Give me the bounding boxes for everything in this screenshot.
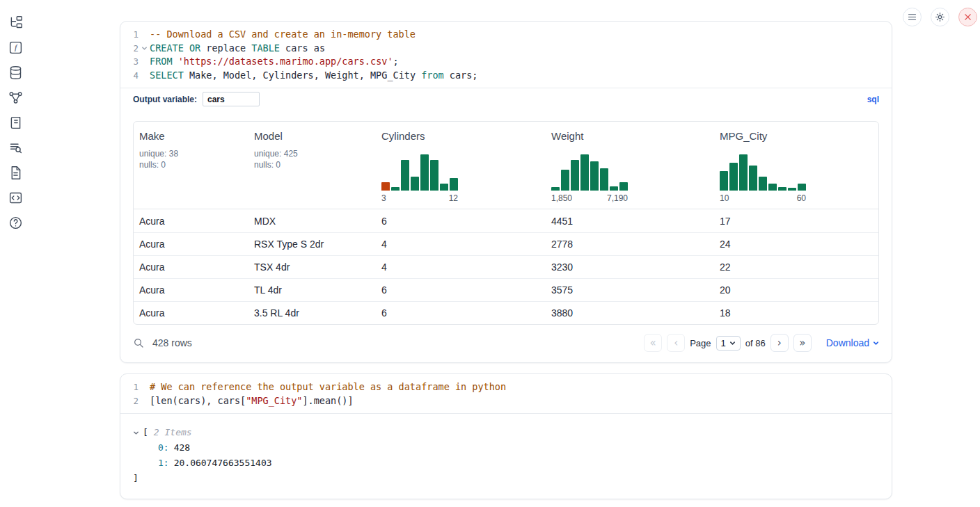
table-cell: TL 4dr	[248, 284, 376, 296]
search-icon[interactable]	[133, 337, 144, 348]
code-line[interactable]: 4 SELECT Make, Model, Cylinders, Weight,…	[120, 69, 892, 83]
histogram-bar	[401, 160, 409, 191]
items-count: 2 Items	[154, 425, 192, 440]
histogram-axis-labels: 1,850 7,190	[551, 193, 628, 203]
last-page-button[interactable]: »	[793, 334, 812, 352]
table-cell: Acura	[134, 284, 248, 296]
line-number: 1	[120, 380, 139, 394]
code-token	[173, 56, 178, 67]
histogram-bar	[610, 186, 618, 191]
table-cell: 22	[714, 261, 878, 273]
item-index: 0:	[158, 442, 169, 453]
line-number: 2	[120, 42, 139, 56]
code-token: replace	[200, 42, 251, 54]
histogram-bar	[381, 182, 390, 191]
dependency-graph-icon[interactable]	[7, 89, 24, 106]
output-variable-input[interactable]	[203, 92, 260, 106]
python-output: [ 2 Items 0:428 1:20.060747663551403 ]	[120, 413, 892, 499]
code-line[interactable]: 2 CREATE OR replace TABLE cars as	[120, 42, 892, 56]
column-header-mpg-city[interactable]: MPG_City 10 60	[714, 122, 878, 209]
histogram-bar	[749, 166, 757, 191]
code-token	[184, 42, 189, 54]
code-token: FROM	[150, 56, 173, 67]
line-number: 3	[120, 55, 139, 69]
outline-icon[interactable]	[7, 114, 24, 131]
code-line[interactable]: 1 -- Download a CSV and create an in-mem…	[120, 28, 892, 42]
snippets-icon[interactable]	[7, 139, 24, 156]
table-cell: 3.5 RL 4dr	[248, 307, 376, 319]
histogram-bar	[411, 177, 419, 191]
fold-chevron-icon[interactable]	[139, 45, 150, 51]
file-explorer-icon[interactable]	[7, 14, 24, 31]
histogram-bar	[778, 187, 787, 191]
variables-icon[interactable]	[7, 189, 24, 206]
table-cell: 24	[714, 239, 878, 250]
documentation-icon[interactable]	[7, 164, 24, 181]
table-cell: 6	[376, 216, 546, 227]
histogram-bar	[739, 154, 748, 191]
output-variable-label: Output variable:	[133, 95, 197, 104]
language-badge: sql	[867, 95, 879, 104]
line-number: 2	[120, 394, 139, 408]
table-cell: 18	[714, 307, 878, 319]
item-value: 428	[174, 442, 190, 453]
sql-cell: 1 -- Download a CSV and create an in-mem…	[120, 21, 892, 363]
code-line[interactable]: 3 FROM 'https://datasets.marimo.app/cars…	[120, 55, 892, 69]
table-cell: Acura	[134, 239, 248, 250]
python-code-editor[interactable]: 1 # We can reference the output variable…	[120, 374, 892, 413]
settings-gear-icon[interactable]	[931, 8, 949, 26]
histogram-bar	[759, 177, 767, 191]
table-row: AcuraTL 4dr6357520	[134, 278, 878, 301]
table-body: AcuraMDX6445117AcuraRSX Type S 2dr427782…	[134, 209, 878, 324]
column-header-model[interactable]: Model unique: 425 nulls: 0	[248, 122, 376, 209]
first-page-button[interactable]: «	[644, 334, 662, 352]
open-bracket: [	[143, 425, 148, 440]
table-cell: Acura	[134, 261, 248, 273]
list-item: 0:428	[133, 440, 879, 456]
code-token: "MPG_City"	[246, 395, 302, 406]
column-name: MPG_City	[720, 130, 878, 142]
sql-code-editor[interactable]: 1 -- Download a CSV and create an in-mem…	[120, 22, 892, 88]
histogram-bar	[580, 154, 589, 191]
prev-page-button[interactable]: ‹	[667, 334, 685, 352]
chevron-down-icon	[873, 340, 879, 346]
item-value: 20.060747663551403	[174, 458, 272, 468]
datasources-icon[interactable]	[7, 64, 24, 81]
column-header-make[interactable]: Make unique: 38 nulls: 0	[134, 122, 248, 209]
next-page-button[interactable]: ›	[770, 334, 789, 352]
column-header-cylinders[interactable]: Cylinders 3 12	[376, 122, 546, 209]
collapse-chevron-icon[interactable]	[133, 430, 143, 436]
line-number: 4	[120, 69, 139, 83]
table-header-row: Make unique: 38 nulls: 0 Model unique: 4…	[134, 122, 878, 209]
histogram-bar	[551, 187, 560, 191]
table-cell: 4	[376, 261, 546, 273]
table-cell: Acura	[134, 307, 248, 319]
line-number: 1	[120, 28, 139, 42]
cylinders-histogram: 3 12	[381, 154, 458, 203]
table-cell: 17	[714, 216, 878, 227]
python-cell: 1 # We can reference the output variable…	[120, 373, 892, 499]
code-line[interactable]: 2 [len(cars), cars["MPG_City"].mean()]	[120, 394, 892, 408]
histogram-bar	[430, 160, 438, 191]
column-header-weight[interactable]: Weight 1,850 7,190	[546, 122, 714, 209]
mpg-city-histogram: 10 60	[720, 154, 806, 203]
table-cell: 4451	[546, 216, 714, 227]
tree-root-line: [ 2 Items	[133, 425, 879, 440]
code-token: 'https://datasets.marimo.app/cars.csv'	[178, 56, 393, 67]
histogram-bar	[768, 184, 777, 191]
close-icon[interactable]	[958, 8, 977, 26]
menu-icon[interactable]	[903, 8, 922, 26]
help-icon[interactable]	[7, 214, 24, 231]
table-cell: 3230	[546, 261, 714, 273]
table-row: Acura3.5 RL 4dr6388018	[134, 301, 878, 324]
page-select[interactable]: 1	[716, 336, 741, 351]
table-cell: Acura	[134, 216, 248, 227]
code-line[interactable]: 1 # We can reference the output variable…	[120, 380, 892, 394]
download-button[interactable]: Download	[826, 337, 879, 348]
code-text: CREATE OR replace TABLE cars as	[150, 42, 325, 56]
column-name: Cylinders	[381, 130, 546, 142]
code-text: FROM 'https://datasets.marimo.app/cars.c…	[150, 55, 399, 69]
code-token: [len(cars), cars[	[150, 395, 246, 406]
scratchpad-icon[interactable]: f	[7, 39, 24, 56]
code-text: SELECT Make, Model, Cylinders, Weight, M…	[150, 69, 477, 83]
